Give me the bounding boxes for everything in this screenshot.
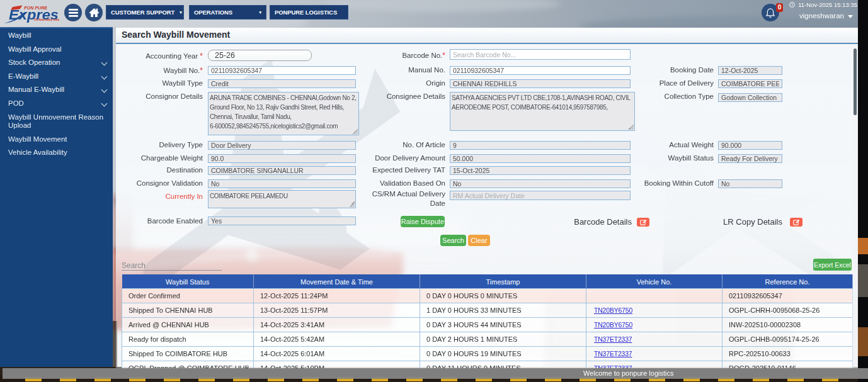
chevron-down-icon: ▾ (254, 10, 261, 15)
booking-within-cutoff-input[interactable] (718, 179, 782, 188)
resize-handle[interactable] (352, 128, 358, 134)
scrollbar-thumb[interactable] (854, 48, 857, 115)
cell-vehicle: TN20BY6750 (586, 303, 722, 318)
actual-weight-label: Actual Weight (600, 141, 714, 149)
nav-button-label: PONPURE LOGISTICS (275, 9, 337, 16)
user-menu[interactable]: vigneshwaran (799, 12, 853, 20)
nav-button-ponpure-logistics[interactable]: PONPURE LOGISTICS (270, 5, 348, 20)
sidebar-item-manual-e-waybill[interactable]: Manual E-Waybill (0, 83, 113, 97)
column-header-vehicle-no-[interactable]: Vehicle No. (586, 275, 722, 289)
welcome-text: Welcome to ponpure logistics (583, 369, 673, 377)
waybill-type-input[interactable] (208, 79, 356, 88)
cell-vehicle: TN37ET2337 (586, 347, 722, 361)
waybill-no-input[interactable] (208, 66, 356, 75)
accounting-year-label: Accounting Year* (116, 52, 203, 60)
chevron-down-icon (101, 101, 108, 107)
sidebar-item-label: Waybill Movement (8, 135, 67, 143)
nav-button-label: OPERATIONS (194, 9, 232, 16)
edit-icon (640, 219, 647, 225)
column-header-waybill-status[interactable]: Waybill Status (122, 275, 254, 289)
cell-reference: RPC-202510-00633 (722, 347, 853, 361)
column-header-reference-no-[interactable]: Reference No. (722, 275, 853, 289)
menu-button[interactable] (64, 4, 82, 21)
currently-in-label-text: Currently In (166, 193, 203, 200)
actual-weight-input[interactable] (718, 141, 782, 150)
cell-reference: 02110932605347 (722, 289, 853, 303)
home-button[interactable] (85, 4, 103, 21)
user-caret-icon (848, 15, 853, 18)
export-excel-button[interactable]: Export Excel (813, 259, 852, 271)
movement-row: Order Confirmed12-Oct-2025 11:24PM0 DAY … (122, 289, 853, 303)
accounting-year-select[interactable] (208, 50, 312, 61)
sidebar-item-e-waybill[interactable]: E-Waybill (0, 70, 113, 84)
vehicle-link[interactable]: TN37ET2337 (594, 335, 632, 343)
barcode-details-button[interactable] (637, 218, 649, 227)
cell-status: OGPL Dropped @ COIMBATORE HUB (122, 361, 254, 369)
sidebar-item-label: Vehicle Availability (8, 149, 67, 156)
barcode-no-input[interactable] (450, 49, 631, 60)
collection-type-input[interactable] (718, 93, 782, 102)
raise-dispute-button[interactable]: Raise Dispute (401, 216, 445, 227)
sidebar-item-stock-operation[interactable]: Stock Operation (0, 56, 113, 70)
booking-date-input[interactable] (718, 66, 782, 75)
clear-button[interactable]: Clear (468, 235, 490, 246)
column-header-movement-date-time[interactable]: Movement Date & Time (254, 275, 420, 289)
movement-row: Arrived @ CHENNAI HUB14-Oct-2025 3:41AM0… (122, 318, 853, 332)
movement-row: OGPL Dropped @ COIMBATORE HUB14-Oct-2025… (122, 361, 853, 369)
scrollbar-track[interactable] (852, 44, 858, 368)
movement-search-input[interactable] (122, 261, 222, 271)
waybill-status-input[interactable] (718, 154, 782, 163)
nav-button-label: CUSTOMER SUPPORT (111, 9, 174, 16)
movement-row: Shipped To CHENNAI HUB13-Oct-2025 11:57P… (122, 303, 853, 318)
resize-handle[interactable] (628, 124, 634, 130)
consignor-validation-input[interactable] (208, 179, 356, 188)
nav-button-customer-support[interactable]: CUSTOMER SUPPORT▾ (106, 5, 184, 20)
booking-within-cutoff-label: Booking Within Cutoff (600, 179, 714, 187)
vehicle-link[interactable]: TN20BY6750 (594, 306, 632, 314)
chargeable-weight-label-text: Chargeable Weight (141, 154, 203, 162)
sidebar-item-waybill[interactable]: Waybill (0, 29, 113, 43)
sidebar-item-label: POD (8, 99, 24, 107)
sidebar-item-label: Waybill Unmovement Reason Upload (8, 113, 103, 130)
cell-reference: ROGD-202510-01146 (722, 361, 853, 369)
cell-datetime: 14-Oct-2025 6:01AM (254, 347, 420, 361)
column-header-timestamp[interactable]: Timestamp (420, 275, 586, 289)
chargeable-weight-label: Chargeable Weight (116, 154, 203, 162)
sidebar-item-pod[interactable]: POD (0, 97, 113, 111)
cell-vehicle: TN37ET2337 (586, 361, 722, 369)
currently-in-textarea[interactable]: COIMBATORE PEELAMEDU (208, 190, 356, 208)
cs-rm-label-line2: Date (338, 199, 445, 208)
cell-timestamp: 0 DAY 0 HOURS 0 MINUTES (420, 289, 586, 303)
destination-input[interactable] (208, 166, 356, 175)
delivery-type-input[interactable] (208, 141, 356, 150)
actual-weight-label-text: Actual Weight (669, 141, 714, 149)
ponpure-express-logo[interactable]: PON PURE Expres On time every time (1, 1, 71, 26)
vehicle-link[interactable]: TN37ET2337 (594, 350, 632, 357)
sidebar-item-waybill-movement[interactable]: Waybill Movement (0, 133, 113, 147)
cell-status: Order Confirmed (122, 289, 254, 303)
expected-delivery-tat-input[interactable] (450, 166, 631, 175)
cell-datetime: 13-Oct-2025 11:57PM (254, 303, 420, 318)
cell-status: Shipped To COIMBATORE HUB (122, 347, 254, 361)
barcode-no-label: Barcode No.* (338, 51, 445, 60)
table-header-row: Waybill StatusMovement Date & TimeTimest… (122, 275, 853, 289)
search-button[interactable]: Search (440, 235, 466, 246)
chevron-down-icon (101, 87, 108, 93)
sidebar-item-waybill-approval[interactable]: Waybill Approval (0, 43, 113, 57)
sidebar-item-label: Waybill (8, 31, 31, 39)
consignor-details-textarea[interactable]: ARUNA TRADE COMBINES - CHENNAI,Godown No… (208, 92, 359, 135)
place-of-delivery-input[interactable] (718, 79, 782, 88)
cell-status: Arrived @ CHENNAI HUB (122, 318, 254, 332)
chargeable-weight-input[interactable] (208, 154, 356, 163)
sidebar-item-vehicle-availability[interactable]: Vehicle Availability (0, 146, 113, 160)
cs-rm-actual-delivery-date-input[interactable] (450, 191, 631, 200)
lr-copy-details-button[interactable] (790, 218, 802, 227)
door-delivery-amount-label: Door Delivery Amount (338, 154, 445, 162)
vehicle-link[interactable]: TN20BY6750 (594, 321, 632, 329)
expected-delivery-tat-label: Expected Delivery TAT (338, 166, 445, 174)
waybill-no-label-text: Waybill No. (164, 67, 200, 74)
barcode-details-label: Barcode Details (525, 217, 632, 227)
nav-button-operations[interactable]: OPERATIONS▾ (189, 5, 266, 20)
barcode-enabled-input[interactable] (208, 216, 356, 225)
sidebar-item-waybill-unmovement-reason-upload[interactable]: Waybill Unmovement Reason Upload (0, 111, 113, 133)
